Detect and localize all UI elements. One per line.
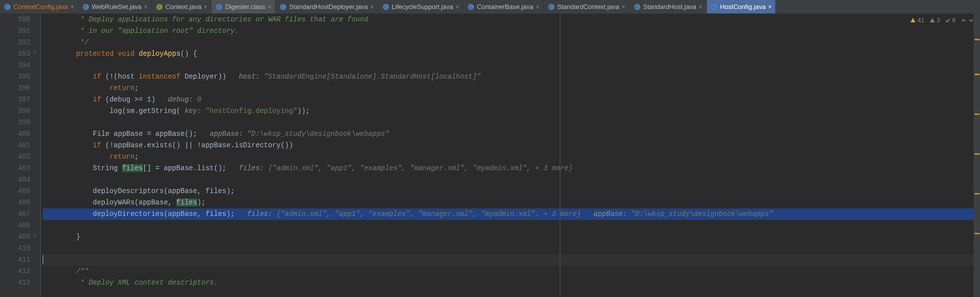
svg-text:C: C bbox=[635, 4, 639, 9]
code-area[interactable]: * Deploy applications for any directorie… bbox=[41, 14, 974, 297]
line-number: 406 bbox=[0, 197, 30, 208]
java-class-icon: C bbox=[711, 3, 718, 10]
tab-standardhost[interactable]: C StandardHost.java × bbox=[630, 0, 707, 13]
tab-label: StandardContext.java bbox=[557, 3, 619, 10]
line-number: 397 bbox=[0, 94, 30, 105]
code-line bbox=[43, 60, 974, 71]
scroll-marker[interactable] bbox=[975, 113, 980, 115]
line-number: 398 bbox=[0, 105, 30, 117]
java-class-icon: C bbox=[4, 3, 11, 10]
code-line: if (!appBase.exists() || !appBase.isDire… bbox=[43, 140, 974, 151]
tab-hostconfig[interactable]: C HostConfig.java × bbox=[707, 0, 776, 13]
java-class-icon: C bbox=[467, 3, 474, 10]
line-number: 399 bbox=[0, 117, 30, 128]
line-number: 405 bbox=[0, 186, 30, 197]
gutter[interactable]: 390 391 392 393 394 395 396 397 398 399 … bbox=[0, 14, 41, 297]
svg-text:C: C bbox=[6, 4, 9, 9]
tab-label: WebRuleSet.java bbox=[92, 3, 142, 10]
line-number: 412 bbox=[0, 266, 30, 277]
fold-collapse-icon[interactable]: ⊟ bbox=[33, 51, 37, 55]
tab-label: StandardHost.java bbox=[643, 3, 696, 10]
scroll-marker[interactable] bbox=[975, 193, 980, 195]
editor-tabs: C ContextConfig.java × C WebRuleSet.java… bbox=[0, 0, 980, 14]
svg-text:C: C bbox=[549, 4, 553, 9]
close-icon[interactable]: × bbox=[268, 3, 271, 10]
scroll-marker[interactable] bbox=[975, 39, 980, 40]
scroll-marker[interactable] bbox=[975, 74, 980, 75]
code-line: * Deploy XML context descriptors. bbox=[43, 277, 974, 289]
close-icon[interactable]: × bbox=[768, 3, 771, 10]
code-line: log(sm.getString( key: "hostConfig.deplo… bbox=[43, 105, 974, 117]
code-line bbox=[43, 254, 974, 266]
line-number: 392 bbox=[0, 37, 30, 48]
tab-label: StandardHostDeployer.java bbox=[289, 3, 368, 10]
tab-label: Digester.class bbox=[225, 3, 265, 10]
line-number: 396 bbox=[0, 83, 30, 94]
close-icon[interactable]: × bbox=[536, 3, 539, 10]
svg-text:C: C bbox=[469, 4, 473, 9]
tab-standardhostdeployer[interactable]: C StandardHostDeployer.java × bbox=[276, 0, 378, 13]
caret bbox=[43, 255, 43, 264]
line-number: 393 bbox=[0, 48, 30, 60]
line-number: 403 bbox=[0, 163, 30, 174]
svg-text:C: C bbox=[384, 4, 387, 9]
line-number: 404 bbox=[0, 174, 30, 186]
code-line: return; bbox=[43, 151, 974, 163]
line-number: 401 bbox=[0, 140, 30, 151]
code-line: File appBase = appBase(); appBase: "D:\w… bbox=[43, 128, 974, 140]
svg-text:C: C bbox=[218, 4, 221, 9]
line-number: 408 bbox=[0, 220, 30, 231]
tab-containerbase[interactable]: C ContainerBase.java × bbox=[463, 0, 543, 13]
fold-end-icon[interactable]: ⊟ bbox=[33, 234, 37, 238]
java-class-icon: C bbox=[548, 3, 555, 10]
code-line: deployDescriptors(appBase, files); bbox=[43, 186, 974, 197]
scrollbar[interactable] bbox=[974, 14, 980, 297]
scroll-marker[interactable] bbox=[975, 153, 980, 155]
tab-standardcontext[interactable]: C StandardContext.java × bbox=[544, 0, 630, 13]
code-line: return; bbox=[43, 83, 974, 94]
svg-text:C: C bbox=[84, 4, 88, 9]
code-line: } bbox=[43, 231, 974, 243]
line-number: 395 bbox=[0, 71, 30, 83]
code-line: */ bbox=[43, 37, 974, 48]
tab-label: ContainerBase.java bbox=[477, 3, 533, 10]
line-number: 390 bbox=[0, 14, 30, 25]
tab-label: Context.java bbox=[165, 3, 201, 10]
tab-context[interactable]: I Context.java × bbox=[152, 0, 212, 13]
code-line bbox=[43, 117, 974, 128]
line-number: 402 bbox=[0, 151, 30, 163]
tab-label: LifecycleSupport.java bbox=[392, 3, 453, 10]
code-line: protected void deployApps() { bbox=[43, 48, 974, 60]
scroll-marker[interactable] bbox=[975, 233, 980, 234]
close-icon[interactable]: × bbox=[144, 3, 148, 10]
line-number: 400 bbox=[0, 128, 30, 140]
java-interface-icon: I bbox=[156, 3, 163, 10]
svg-text:I: I bbox=[159, 4, 160, 9]
code-line: * Deploy applications for any directorie… bbox=[43, 14, 974, 25]
tab-lifecyclesupport[interactable]: C LifecycleSupport.java × bbox=[378, 0, 464, 13]
code-line: String files[] = appBase.list(); files: … bbox=[43, 163, 974, 174]
code-line bbox=[43, 243, 974, 254]
java-class-icon: C bbox=[382, 3, 389, 10]
code-line: /** bbox=[43, 266, 974, 277]
close-icon[interactable]: × bbox=[699, 3, 702, 10]
close-icon[interactable]: × bbox=[455, 3, 459, 10]
code-line: if (!(host instanceof Deployer)) host: "… bbox=[43, 71, 974, 83]
tab-webruleset[interactable]: C WebRuleSet.java × bbox=[78, 0, 152, 13]
line-number: 394 bbox=[0, 60, 30, 71]
code-line: deployDirectories(appBase, files); files… bbox=[43, 208, 974, 220]
close-icon[interactable]: × bbox=[71, 3, 74, 10]
svg-text:C: C bbox=[712, 4, 716, 9]
line-number: 407 bbox=[0, 208, 30, 220]
code-line: deployWARs(appBase, files); bbox=[43, 197, 974, 208]
tab-digester[interactable]: C Digester.class × bbox=[212, 0, 276, 13]
tab-contextconfig[interactable]: C ContextConfig.java × bbox=[0, 0, 78, 13]
close-icon[interactable]: × bbox=[371, 3, 374, 10]
code-editor[interactable]: 390 391 392 393 394 395 396 397 398 399 … bbox=[0, 14, 980, 297]
tab-label: ContextConfig.java bbox=[13, 3, 68, 10]
close-icon[interactable]: × bbox=[204, 3, 207, 10]
line-number: 413 bbox=[0, 277, 30, 289]
close-icon[interactable]: × bbox=[622, 3, 625, 10]
code-line: if (debug >= 1) debug: 0 bbox=[43, 94, 974, 105]
tab-label: HostConfig.java bbox=[720, 3, 766, 10]
